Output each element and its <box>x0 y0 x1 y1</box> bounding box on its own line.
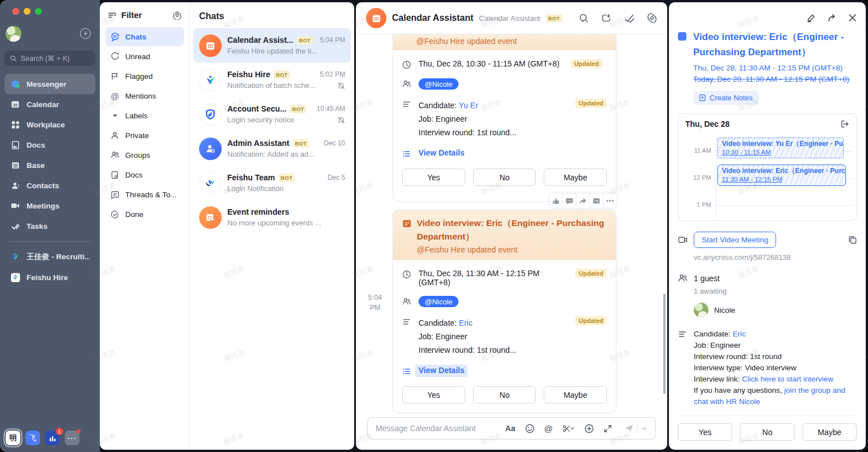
maximize-window-button[interactable] <box>35 8 42 15</box>
emoji-icon[interactable] <box>525 424 535 433</box>
sidebar-item-messenger[interactable]: Messenger <box>5 74 95 94</box>
sidebar-item-feishu-hire[interactable]: Feishu Hire <box>5 267 95 287</box>
chat-list-item-calendar-assistant[interactable]: Calendar Assist... BOT 5:04 PM Feishu Hi… <box>193 28 351 63</box>
search-in-chat-icon[interactable] <box>579 13 589 23</box>
create-notes-button[interactable]: Create Notes <box>693 91 759 105</box>
rsvp-maybe-button[interactable]: Maybe <box>803 423 857 441</box>
sidebar-item-tasks[interactable]: Tasks <box>5 216 95 236</box>
chat-list-item-event-reminders[interactable]: Event reminders No more upcoming events … <box>193 200 351 234</box>
calendar-event-icon <box>402 216 412 243</box>
rsvp-maybe-button[interactable]: Maybe <box>544 169 607 186</box>
attendee-mention[interactable]: @Nicole <box>418 296 459 307</box>
quote-reply-icon[interactable] <box>590 193 603 208</box>
sidebar-item-label: Messenger <box>27 80 67 88</box>
meeting-url[interactable]: vc.anycross.com/j/587268138 <box>694 253 857 262</box>
more-actions-icon[interactable]: ••• <box>603 193 617 208</box>
edit-event-icon[interactable] <box>807 13 816 23</box>
rsvp-no-button[interactable]: No <box>473 169 536 186</box>
dock-app-feishu[interactable]: 飞 <box>25 431 40 445</box>
chat-list-item-feishu-team[interactable]: Feishu Team BOT Dec 5 Login Notification <box>193 166 351 200</box>
rsvp-no-button[interactable]: No <box>473 386 536 404</box>
sidebar-item-contacts[interactable]: Contacts <box>5 175 95 196</box>
filter-item-chats[interactable]: Chats <box>105 27 184 46</box>
send-options-chevron-icon[interactable] <box>641 426 647 432</box>
font-style-icon[interactable]: Aa <box>505 424 515 433</box>
copy-link-icon[interactable] <box>848 236 857 244</box>
rsvp-yes-button[interactable]: Yes <box>678 423 732 441</box>
calendar-event-eric[interactable]: Video interview: Eric（Engineer - Purc 11… <box>717 165 846 186</box>
filter-item-flagged[interactable]: Flagged <box>105 67 184 86</box>
candidate-link[interactable]: Yu Er <box>459 101 478 110</box>
candidate-link[interactable]: Eric <box>733 330 746 338</box>
sidebar-nav: Messenger 20 Calendar Workplace Docs Bas… <box>0 74 100 287</box>
sidebar-item-workplace[interactable]: Workplace <box>5 114 95 135</box>
thumbs-up-icon[interactable] <box>549 193 563 208</box>
bot-badge: BOT <box>279 174 295 182</box>
round-line: Interview round: 1st round... <box>418 343 564 357</box>
event-detail-panel: Video interview: Eric（Engineer - Purchas… <box>669 2 866 450</box>
attendee-mention[interactable]: @Nicole <box>418 78 459 90</box>
chat-list-item-feishu-hire[interactable]: Feishu Hire BOT 5:02 PM Notification of … <box>193 63 351 97</box>
questions-label: If you have any questions, <box>694 386 785 395</box>
chat-settings-icon[interactable] <box>647 13 657 23</box>
interview-link[interactable]: Click here to start interview <box>742 375 834 383</box>
sidebar-item-meetings[interactable]: Meetings <box>5 196 95 216</box>
send-icon[interactable] <box>624 423 634 433</box>
sidebar-item-calendar[interactable]: 20 Calendar <box>5 94 95 114</box>
sidebar-item-base[interactable]: Base <box>5 155 95 175</box>
forward-icon[interactable] <box>576 193 590 208</box>
screenshot-icon[interactable] <box>562 424 575 433</box>
filter-item-mentions[interactable]: @ Mentions <box>105 86 184 105</box>
filter-item-docs[interactable]: Docs <box>105 165 184 184</box>
minimize-window-button[interactable] <box>24 8 30 15</box>
chat-time: Dec 5 <box>328 174 345 181</box>
expand-icon[interactable] <box>603 424 612 433</box>
rsvp-yes-button[interactable]: Yes <box>402 386 465 404</box>
add-button[interactable]: + <box>80 28 91 39</box>
candidate-link[interactable]: Eric <box>459 318 473 327</box>
filter-item-groups[interactable]: Groups <box>105 145 184 165</box>
share-event-icon[interactable] <box>827 13 837 23</box>
event-title[interactable]: Video interview: Eric（Engineer - Purchas… <box>417 216 607 243</box>
chat-preview: No more upcoming events ... <box>227 219 345 227</box>
sidebar-item-recruiting-app[interactable]: 王佳俊 - Recruiti... <box>5 247 95 267</box>
sidebar-item-docs[interactable]: Docs <box>5 135 95 155</box>
filter-item-done[interactable]: Done <box>105 205 184 224</box>
rsvp-maybe-button[interactable]: Maybe <box>544 386 607 404</box>
filter-item-unread[interactable]: Unread <box>105 47 184 66</box>
view-details-link[interactable]: View Details <box>415 365 468 377</box>
dock-app-charts[interactable]: 1 <box>45 431 60 445</box>
rsvp-yes-button[interactable]: Yes <box>402 169 465 186</box>
start-video-meeting-button[interactable]: Start Video Meeting <box>694 232 776 248</box>
app-dock: 明 飞 1 ··· <box>6 431 80 445</box>
message-area[interactable]: @Feishu Hire updated event Thu, Dec 28, … <box>356 34 667 409</box>
filter-settings-icon[interactable] <box>173 11 182 20</box>
sidebar-item-label: Workplace <box>27 121 65 129</box>
close-panel-icon[interactable] <box>848 14 857 22</box>
chat-list-item-admin-assistant[interactable]: Admin Assistant BOT Dec 10 Notification:… <box>193 131 351 166</box>
rsvp-no-button[interactable]: No <box>740 423 794 441</box>
close-window-button[interactable] <box>12 8 19 15</box>
tasks-check-icon[interactable] <box>624 13 635 24</box>
comment-icon[interactable] <box>563 193 576 208</box>
filter-item-private[interactable]: Private <box>105 126 184 145</box>
message-input[interactable]: Message Calendar Assistant Aa @ <box>367 417 656 440</box>
user-avatar[interactable] <box>6 26 21 42</box>
dock-app-ming[interactable]: 明 <box>6 431 20 445</box>
chat-list-item-account-security[interactable]: Account Secu... BOT 10:45 AM Login secur… <box>193 97 351 131</box>
filter-item-labels[interactable]: Labels <box>105 106 184 125</box>
guest-avatar[interactable] <box>694 303 708 317</box>
mute-icon <box>337 82 345 90</box>
add-to-chat-icon[interactable] <box>601 13 611 23</box>
calendar-event-yu-er[interactable]: Video interview: Yu Er（Engineer - Pur 10… <box>717 138 844 158</box>
dock-more-button[interactable]: ··· <box>65 431 80 445</box>
scrollbar[interactable] <box>663 294 666 394</box>
window-controls[interactable] <box>12 8 42 15</box>
calendar-assistant-avatar[interactable] <box>366 8 386 28</box>
open-in-calendar-icon[interactable] <box>840 119 849 128</box>
search-input[interactable]: Search (⌘ + K) <box>5 51 95 66</box>
view-details-link[interactable]: View Details <box>418 148 464 158</box>
filter-item-threads[interactable]: Threads & To... <box>105 185 184 204</box>
mention-icon[interactable]: @ <box>544 424 553 433</box>
attach-plus-icon[interactable] <box>584 424 594 433</box>
